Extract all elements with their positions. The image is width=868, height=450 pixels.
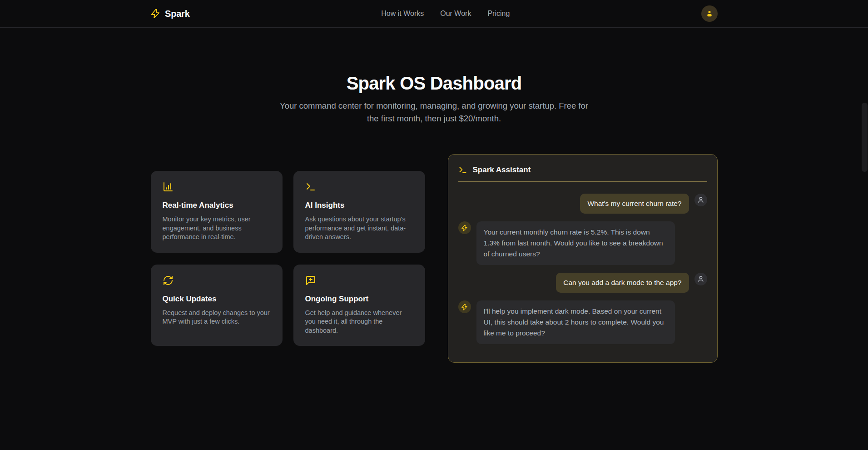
nav-container: Spark How it Works Our Work Pricing xyxy=(150,0,718,27)
user-icon xyxy=(697,196,704,204)
nav-links: How it Works Our Work Pricing xyxy=(190,10,701,18)
user-icon xyxy=(697,275,704,283)
top-nav: Spark How it Works Our Work Pricing xyxy=(0,0,868,28)
account-avatar-button[interactable] xyxy=(701,5,718,22)
user-icon xyxy=(705,10,714,18)
spark-assistant-panel: Spark Assistant What's my current churn … xyxy=(448,154,718,363)
feature-title: Quick Updates xyxy=(163,295,271,304)
chat-bubble: I'll help you implement dark mode. Based… xyxy=(476,300,675,344)
page-title: Spark OS Dashboard xyxy=(0,73,868,94)
bar-chart-icon xyxy=(163,181,271,192)
chat-message-assistant: Your current monthly churn rate is 5.2%.… xyxy=(458,221,707,265)
zap-icon xyxy=(461,225,468,231)
hero-subtitle: Your command center for monitoring, mana… xyxy=(275,100,593,125)
refresh-icon xyxy=(163,275,271,286)
message-square-plus-icon xyxy=(305,275,413,286)
user-avatar xyxy=(694,194,707,206)
chat-message-assistant: I'll help you implement dark mode. Based… xyxy=(458,300,707,344)
zap-icon xyxy=(150,9,160,19)
terminal-icon xyxy=(305,181,413,192)
feature-title: Real-time Analytics xyxy=(163,201,271,210)
chat-message-user: What's my current churn rate? xyxy=(458,194,707,214)
feature-description: Ask questions about your startup's perfo… xyxy=(305,215,413,242)
main-content-row: Real-time Analytics Monitor your key met… xyxy=(0,154,868,363)
feature-description: Monitor your key metrics, user engagemen… xyxy=(163,215,271,242)
assistant-panel-title: Spark Assistant xyxy=(473,165,531,175)
chat-bubble: Can you add a dark mode to the app? xyxy=(556,273,689,293)
page-scrollbar-thumb[interactable] xyxy=(862,103,868,172)
feature-card-ai-insights: AI Insights Ask questions about your sta… xyxy=(293,171,425,253)
brand-logo[interactable]: Spark xyxy=(150,9,190,19)
user-avatar xyxy=(694,273,707,285)
feature-title: Ongoing Support xyxy=(305,295,413,304)
zap-icon xyxy=(461,304,468,310)
assistant-avatar xyxy=(458,300,471,313)
feature-title: AI Insights xyxy=(305,201,413,210)
nav-link-our-work[interactable]: Our Work xyxy=(440,10,471,18)
nav-link-pricing[interactable]: Pricing xyxy=(487,10,510,18)
assistant-avatar xyxy=(458,221,471,234)
feature-description: Request and deploy changes to your MVP w… xyxy=(163,309,271,326)
chat-bubble: What's my current churn rate? xyxy=(580,194,689,214)
assistant-panel-header: Spark Assistant xyxy=(458,165,707,175)
nav-link-how-it-works[interactable]: How it Works xyxy=(381,10,424,18)
hero-section: Spark OS Dashboard Your command center f… xyxy=(0,73,868,125)
feature-card-ongoing-support: Ongoing Support Get help and guidance wh… xyxy=(293,265,425,346)
feature-card-quick-updates: Quick Updates Request and deploy changes… xyxy=(151,265,283,346)
chat-message-user: Can you add a dark mode to the app? xyxy=(458,273,707,293)
feature-card-realtime-analytics: Real-time Analytics Monitor your key met… xyxy=(151,171,283,253)
feature-card-grid: Real-time Analytics Monitor your key met… xyxy=(151,171,425,346)
panel-divider xyxy=(458,181,707,182)
chat-bubble: Your current monthly churn rate is 5.2%.… xyxy=(476,221,675,265)
terminal-icon xyxy=(458,165,467,175)
feature-description: Get help and guidance whenever you need … xyxy=(305,309,413,335)
brand-name: Spark xyxy=(165,9,190,19)
